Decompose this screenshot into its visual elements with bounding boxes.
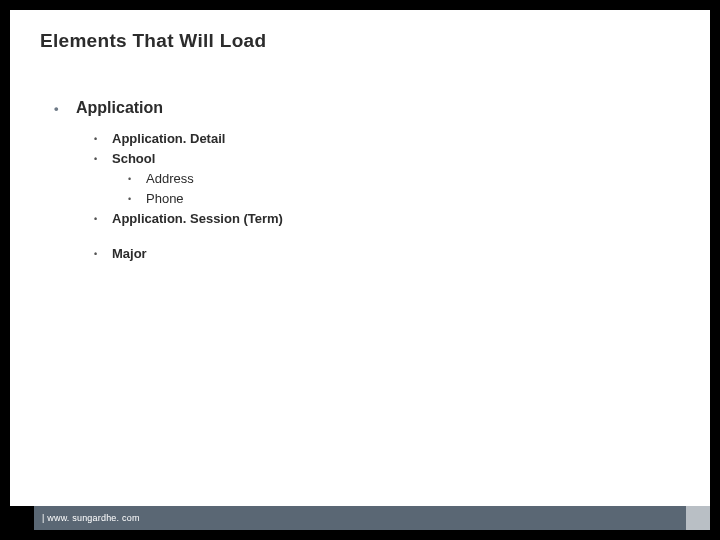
bullet-text: Phone <box>146 189 184 209</box>
list-item: • Application <box>54 96 283 121</box>
bullet-icon: • <box>128 193 134 207</box>
bullet-text: Application. Detail <box>112 129 225 149</box>
bullet-icon: • <box>94 133 100 147</box>
spacer <box>54 230 283 244</box>
bullet-text: Application. Session (Term) <box>112 209 283 229</box>
bullet-text: School <box>112 149 155 169</box>
bullet-icon: • <box>128 173 134 187</box>
list-item: • Major <box>94 244 283 264</box>
bullet-icon: • <box>94 248 100 262</box>
list-item: • School <box>94 149 283 169</box>
bullet-icon: • <box>54 99 62 119</box>
list-item: • Application. Session (Term) <box>94 209 283 229</box>
list-item: • Address <box>128 169 283 189</box>
footer-text: | www. sungardhe. com <box>42 506 140 530</box>
content-area: • Application • Application. Detail • Sc… <box>54 96 283 264</box>
bullet-text: Major <box>112 244 147 264</box>
list-item: • Phone <box>128 189 283 209</box>
bullet-icon: • <box>94 153 100 167</box>
slide: Elements That Will Load • Application • … <box>10 10 710 530</box>
footer-accent-left <box>10 506 34 530</box>
page-title: Elements That Will Load <box>40 30 266 52</box>
bullet-text: Application <box>76 96 163 121</box>
list-item: • Application. Detail <box>94 129 283 149</box>
bullet-icon: • <box>94 213 100 227</box>
footer-accent-right <box>686 506 710 530</box>
bullet-text: Address <box>146 169 194 189</box>
